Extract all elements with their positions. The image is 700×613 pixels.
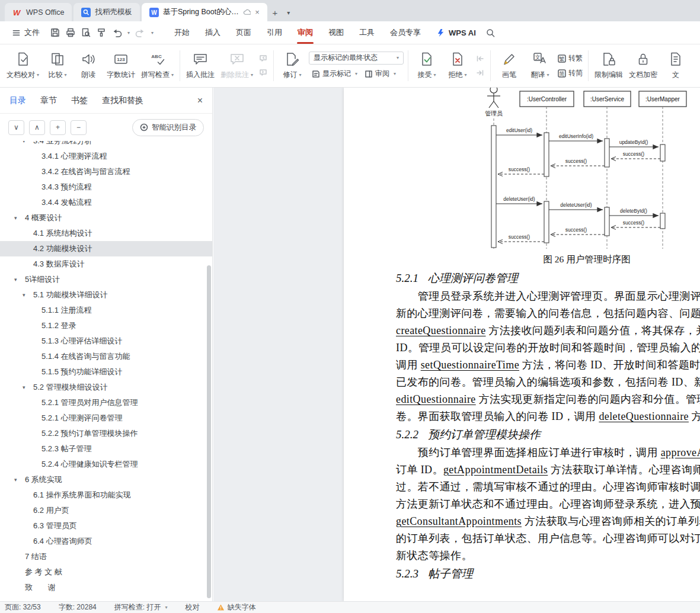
sidebar-scrollbar-thumb[interactable] bbox=[207, 265, 211, 598]
previous-change-button[interactable] bbox=[473, 53, 487, 65]
menu-item[interactable]: 开始 bbox=[167, 21, 197, 44]
review-pane-button[interactable]: 审阅▾ bbox=[362, 68, 399, 81]
collapse-arrow-icon[interactable]: ▾ bbox=[14, 215, 25, 221]
translate-button[interactable]: 文 翻译▾ bbox=[525, 47, 555, 84]
menu-item[interactable]: 工具 bbox=[351, 21, 382, 44]
toc-item[interactable]: 5.1.5 预约功能详细设计 bbox=[0, 364, 212, 380]
toc-item[interactable]: 3.4.4 发帖流程 bbox=[0, 195, 212, 210]
reject-button[interactable]: 拒绝▾ bbox=[442, 47, 473, 84]
toc-item[interactable]: 7 结语 bbox=[0, 549, 212, 564]
toc-item[interactable]: 3.4.2 在线咨询与留言流程 bbox=[0, 164, 212, 179]
compare-button[interactable]: 比较▾ bbox=[42, 47, 73, 84]
toc-item[interactable]: 参 考 文 献 bbox=[0, 564, 212, 580]
sequence-diagram-figure[interactable]: 管理员 :UserController :UserService bbox=[477, 88, 696, 252]
zoom-out-button[interactable]: − bbox=[71, 120, 87, 135]
sidebar-tab-chapters[interactable]: 章节 bbox=[40, 95, 57, 106]
collapse-arrow-icon[interactable]: ▾ bbox=[23, 141, 33, 144]
page-indicator[interactable]: 页面: 32/53 bbox=[5, 602, 41, 612]
menu-item[interactable]: 视图 bbox=[321, 21, 351, 44]
track-changes-button[interactable]: 修订▾ bbox=[277, 47, 308, 84]
tab-list-dropdown-icon[interactable]: ▾ bbox=[283, 4, 295, 21]
toc-item[interactable]: 5.2.2 预约订单管理模块操作 bbox=[0, 426, 212, 441]
spellcheck-indicator[interactable]: 拼写检查: 打开 ▾ bbox=[114, 602, 168, 612]
toc-item[interactable]: 3.4.1 心理测评流程 bbox=[0, 149, 212, 164]
toc-item[interactable]: 4.2 功能模块设计 bbox=[0, 241, 212, 256]
wps-ai-button[interactable]: WPS AI bbox=[437, 21, 476, 44]
sidebar-tab-contents[interactable]: 目录 bbox=[9, 95, 26, 106]
document-permission-button[interactable]: 文 bbox=[660, 47, 691, 84]
toc-item[interactable]: 4.1 系统结构设计 bbox=[0, 226, 212, 241]
toc-item[interactable]: 5.2.4 心理健康知识专栏管理 bbox=[0, 457, 212, 472]
markup-state-select[interactable]: 显示标记的最终状态 ▾ bbox=[309, 52, 404, 65]
tab-docer-template[interactable]: 找稻壳模板 bbox=[73, 3, 140, 21]
proofread-button[interactable]: 文档校对▾ bbox=[4, 47, 42, 84]
close-tab-icon[interactable]: × bbox=[255, 8, 260, 17]
tab-wps-office[interactable]: W WPS Office bbox=[5, 3, 72, 21]
format-painter-button[interactable] bbox=[94, 25, 108, 40]
spell-check-button[interactable]: ABC 拼写检查▾ bbox=[138, 47, 177, 84]
read-aloud-button[interactable]: 朗读 bbox=[73, 47, 104, 84]
menu-item[interactable]: 审阅 bbox=[290, 21, 321, 44]
toc-item[interactable]: ▾4 概要设计 bbox=[0, 210, 212, 226]
tab-document-active[interactable]: W 基于Spring Boot的心理健康 × bbox=[142, 3, 267, 21]
pen-button[interactable]: 画笔 bbox=[494, 47, 525, 84]
word-count-indicator[interactable]: 字数: 20284 bbox=[59, 602, 97, 612]
previous-comment-button[interactable] bbox=[256, 53, 270, 65]
toc-item[interactable]: ▾6 系统实现 bbox=[0, 472, 212, 487]
menu-item[interactable]: 插入 bbox=[197, 21, 228, 44]
toc-item[interactable]: 6.4 心理咨询师页 bbox=[0, 534, 212, 549]
toc-item[interactable]: ▾5.2 管理模块细设设计 bbox=[0, 380, 212, 395]
toc-item[interactable]: 6.3 管理员页 bbox=[0, 518, 212, 534]
new-tab-button[interactable]: + bbox=[267, 4, 283, 21]
print-button[interactable] bbox=[63, 25, 78, 40]
collapse-arrow-icon[interactable]: ▾ bbox=[23, 292, 33, 298]
toc-item[interactable]: 6.2 用户页 bbox=[0, 503, 212, 518]
undo-button[interactable] bbox=[110, 25, 124, 40]
sidebar-tab-bookmarks[interactable]: 书签 bbox=[71, 95, 88, 106]
redo-dropdown-icon[interactable]: ▾ bbox=[149, 30, 156, 36]
toc-item[interactable]: 5.2.1 心理测评问卷管理 bbox=[0, 410, 212, 426]
next-change-button[interactable] bbox=[473, 67, 487, 79]
missing-font-warning[interactable]: 缺失字体 bbox=[217, 602, 255, 612]
show-markup-button[interactable]: 显示标记▾ bbox=[309, 68, 360, 81]
toc-item[interactable]: 3.4.3 预约流程 bbox=[0, 179, 212, 195]
toc-item[interactable]: ▾5.1 功能模块详细设计 bbox=[0, 287, 212, 303]
collapse-arrow-icon[interactable]: ▾ bbox=[14, 277, 25, 283]
toc-item[interactable]: 4.3 数据库设计 bbox=[0, 256, 212, 272]
save-button[interactable] bbox=[48, 25, 62, 40]
toc-item[interactable]: 6.1 操作系统界面和功能实现 bbox=[0, 487, 212, 503]
proofread-status-button[interactable]: 校对 bbox=[185, 602, 199, 612]
toc-item[interactable]: 致 谢 bbox=[0, 580, 212, 595]
word-count-button[interactable]: 123 字数统计 bbox=[104, 47, 138, 84]
menu-item[interactable]: 引用 bbox=[259, 21, 290, 44]
toc-item[interactable]: ▾5详细设计 bbox=[0, 272, 212, 287]
menu-item[interactable]: 页面 bbox=[228, 21, 259, 44]
toc-item[interactable]: 5.1.4 在线咨询与留言功能 bbox=[0, 349, 212, 364]
collapse-all-button[interactable]: ∧ bbox=[29, 120, 45, 135]
accept-button[interactable]: 接受▾ bbox=[411, 47, 442, 84]
toc-item[interactable]: ▾3.4 业务流程分析 bbox=[0, 141, 212, 149]
undo-dropdown-icon[interactable]: ▾ bbox=[125, 30, 132, 36]
toc-item[interactable]: 5.1.1 注册流程 bbox=[0, 303, 212, 318]
smart-toc-button[interactable]: 智能识别目录 bbox=[132, 119, 204, 136]
restrict-editing-button[interactable]: 限制编辑 bbox=[592, 47, 626, 84]
toc-item[interactable]: 5.1.3 心理评估详细设计 bbox=[0, 333, 212, 349]
close-sidebar-icon[interactable]: × bbox=[197, 95, 203, 106]
sidebar-tab-find-replace[interactable]: 查找和替换 bbox=[102, 95, 143, 106]
menu-item[interactable]: 会员专享 bbox=[382, 21, 429, 44]
toc-item[interactable]: 5.2.1 管理员对用户信息管理 bbox=[0, 395, 212, 410]
collapse-arrow-icon[interactable]: ▾ bbox=[23, 384, 33, 390]
file-menu-button[interactable]: 文件 bbox=[6, 21, 46, 44]
to-simplified-button[interactable]: 简 转简 bbox=[555, 67, 585, 79]
expand-all-button[interactable]: ∨ bbox=[8, 120, 24, 135]
redo-button[interactable] bbox=[133, 25, 148, 40]
zoom-in-button[interactable]: + bbox=[50, 120, 66, 135]
print-preview-button[interactable] bbox=[79, 25, 93, 40]
delete-comment-button[interactable]: 删除批注▾ bbox=[218, 47, 256, 84]
document-page[interactable]: 管理员 :UserController :UserService bbox=[344, 88, 700, 601]
to-traditional-button[interactable]: 繁 转繁 bbox=[555, 52, 585, 65]
search-button[interactable] bbox=[485, 21, 496, 44]
toc-item[interactable]: 5.1.2 登录 bbox=[0, 318, 212, 333]
insert-comment-button[interactable]: 插入批注 bbox=[183, 47, 218, 84]
next-comment-button[interactable] bbox=[256, 67, 270, 79]
